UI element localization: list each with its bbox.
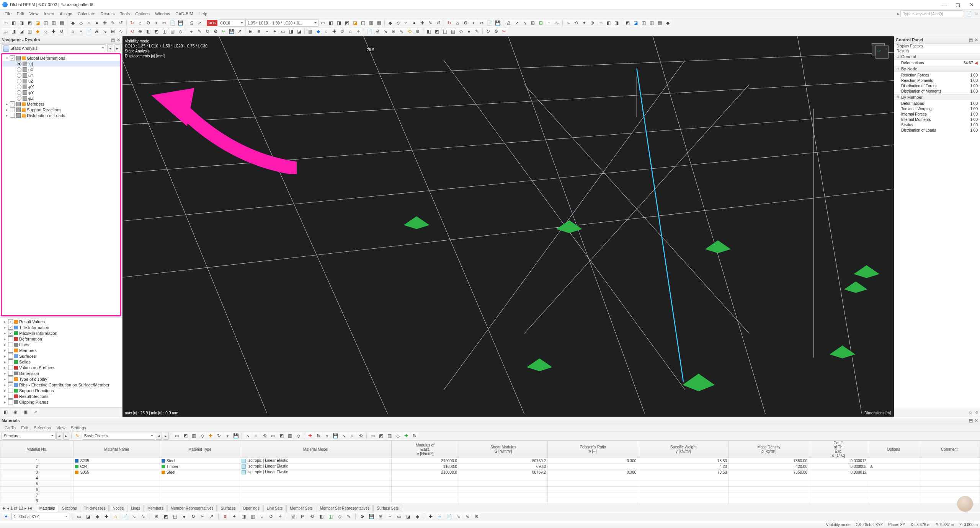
close-panel-icon[interactable]: ✕ — [974, 418, 978, 423]
toolbar-button[interactable]: ◨ — [612, 19, 620, 27]
toolbar-button[interactable]: ◨ — [335, 19, 343, 27]
toolbar-button[interactable]: ◆ — [664, 19, 671, 27]
toolbar-button[interactable]: ↘ — [244, 432, 252, 440]
toolbar-button[interactable]: ● — [93, 19, 101, 27]
display-option[interactable]: ▸Members — [0, 347, 122, 353]
deform-option-ux[interactable]: uX — [2, 67, 120, 72]
menu-assign[interactable]: Assign — [57, 11, 75, 16]
display-option[interactable]: ▸Clipping Planes — [0, 399, 122, 405]
toolbar-button[interactable]: ◇ — [394, 432, 402, 440]
display-option[interactable]: ▸✓Title Information — [0, 324, 122, 330]
table-row[interactable]: 7 — [0, 492, 980, 498]
toolbar-button[interactable]: ⊟ — [109, 28, 117, 35]
toolbar-button[interactable]: 💾 — [368, 513, 375, 520]
deform-option-z[interactable]: φZ — [2, 95, 120, 101]
toolbar-button[interactable]: ✎ — [473, 28, 481, 35]
toolbar-button[interactable]: ↘ — [454, 513, 462, 520]
toolbar-button[interactable]: ◫ — [640, 19, 647, 27]
toolbar-button[interactable]: ▤ — [171, 513, 179, 520]
toolbar-button[interactable]: ▥ — [190, 432, 198, 440]
group-general[interactable]: ⊟General — [894, 54, 980, 60]
menu-cad-bim[interactable]: CAD-BIM — [173, 11, 195, 16]
toolbar-button[interactable]: ⟲ — [572, 19, 580, 27]
prop-row[interactable]: Deformations54.67◀ — [894, 60, 980, 65]
toolbar-button[interactable]: ⊟ — [299, 513, 307, 520]
close-panel-icon[interactable]: ✕ — [116, 37, 121, 42]
toolbar-button[interactable]: ⌖ — [354, 28, 362, 35]
toolbar-button[interactable]: ⟲ — [128, 28, 136, 35]
toolbar-button[interactable]: ⊞ — [247, 28, 255, 35]
toolbar-button[interactable]: ◇ — [394, 19, 402, 27]
toolbar-button[interactable]: ✂ — [220, 28, 227, 35]
toolbar-button[interactable]: ◪ — [404, 513, 412, 520]
pref-icon[interactable]: ≡ — [975, 11, 978, 16]
footer-view-icon[interactable]: ◧ — [2, 408, 9, 416]
toolbar-button[interactable]: ◆ — [314, 28, 322, 35]
mat-menu-edit[interactable]: Edit — [19, 425, 31, 430]
table-row[interactable]: 1S235SteelIsotropic | Linear Elastic2100… — [0, 458, 980, 464]
toolbar-button[interactable]: ⌂ — [346, 28, 354, 35]
toolbar-button[interactable]: ▭ — [2, 28, 9, 35]
toolbar-button[interactable]: 📄 — [85, 28, 93, 35]
footer-cam-icon[interactable]: ▣ — [21, 408, 29, 416]
toolbar-button[interactable]: 🖨 — [290, 513, 297, 520]
toolbar-button[interactable]: 🖨 — [188, 19, 195, 27]
menu-edit[interactable]: Edit — [15, 11, 26, 16]
toolbar-button[interactable]: ◪ — [18, 28, 25, 35]
prop-row[interactable]: Internal Moments1.00 — [894, 117, 980, 122]
toolbar-button[interactable]: ↘ — [130, 513, 138, 520]
toolbar-button[interactable]: ≡ — [221, 513, 229, 520]
toolbar-button[interactable]: ◩ — [377, 432, 385, 440]
toolbar-button[interactable]: ▥ — [50, 19, 57, 27]
table-row[interactable]: 4 — [0, 475, 980, 481]
toolbar-button[interactable]: ↗ — [208, 513, 216, 520]
toolbar-button[interactable]: ▭ — [279, 28, 287, 35]
col-header[interactable]: Coeff.of Th.Exp.α [1/°C] — [809, 441, 868, 458]
prop-row[interactable]: Strains1.00 — [894, 122, 980, 127]
toolbar-button[interactable]: ⟲ — [406, 28, 413, 35]
toolbar-button[interactable]: ↻ — [204, 28, 211, 35]
results-tree[interactable]: ▾ ✓ Global Deformations |u|uXuYuZφXφYφZ … — [1, 53, 121, 316]
close-panel-icon[interactable]: ✕ — [974, 37, 978, 42]
model-viewport[interactable]: Visibility mode CO10 : 1.35 * LC10 + 1.5… — [122, 36, 894, 417]
toolbar-button[interactable]: ↻ — [215, 432, 223, 440]
toolbar-button[interactable]: ⌁ — [564, 19, 572, 27]
toolbar-button[interactable]: ≡ — [348, 432, 356, 440]
toolbar-button[interactable]: ◧ — [327, 19, 335, 27]
tab-openings[interactable]: Openings — [240, 505, 263, 512]
toolbar-button[interactable]: ◩ — [152, 28, 160, 35]
toolbar-button[interactable]: ○ — [42, 28, 49, 35]
toolbar-button[interactable]: ✚ — [427, 513, 434, 520]
toolbar-button[interactable]: ⟲ — [261, 432, 268, 440]
tab-surface-sets[interactable]: Surface Sets — [373, 505, 402, 512]
col-header[interactable]: Specific Weightγ [kN/m³] — [638, 441, 729, 458]
toolbar-button[interactable]: ⊞ — [377, 513, 384, 520]
toolbar-button[interactable]: ◫ — [42, 19, 49, 27]
toolbar-button[interactable]: ◧ — [317, 513, 325, 520]
toolbar-button[interactable]: ⌂ — [436, 513, 444, 520]
toolbar-button[interactable]: ⌁ — [386, 513, 394, 520]
display-option[interactable]: ▸Values on Surfaces — [0, 365, 122, 370]
table-row[interactable]: 3S355SteelIsotropic | Linear Elastic2100… — [0, 469, 980, 475]
toolbar-button[interactable]: ○ — [322, 28, 330, 35]
toolbar-button[interactable]: ◩ — [162, 513, 170, 520]
toolbar-button[interactable]: ✦ — [580, 19, 588, 27]
toolbar-button[interactable]: ↗ — [236, 28, 243, 35]
toolbar-button[interactable]: ▤ — [656, 19, 663, 27]
col-header[interactable]: Material No. — [0, 441, 74, 458]
deform-option-uy[interactable]: uY — [2, 72, 120, 78]
toolbar-button[interactable]: ◨ — [240, 513, 247, 520]
toolbar-button[interactable]: ○ — [402, 19, 410, 27]
col-header[interactable]: Material Type — [160, 441, 240, 458]
table-row[interactable]: 5 — [0, 481, 980, 487]
col-header[interactable]: Material Model — [240, 441, 392, 458]
keyword-search[interactable]: Type a keyword (Alt+Q) — [900, 10, 963, 17]
toolbar-button[interactable]: ≡ — [255, 28, 263, 35]
toolbar-button[interactable]: ⌖ — [323, 432, 331, 440]
tree-global-deformations[interactable]: ▾ ✓ Global Deformations — [2, 55, 120, 61]
toolbar-button[interactable]: ◫ — [359, 19, 367, 27]
col-header[interactable]: Material Name — [74, 441, 160, 458]
toolbar-button[interactable]: ◆ — [34, 28, 41, 35]
next-struct-button[interactable]: ▸ — [63, 432, 69, 440]
display-option[interactable]: ▸Solids — [0, 359, 122, 365]
